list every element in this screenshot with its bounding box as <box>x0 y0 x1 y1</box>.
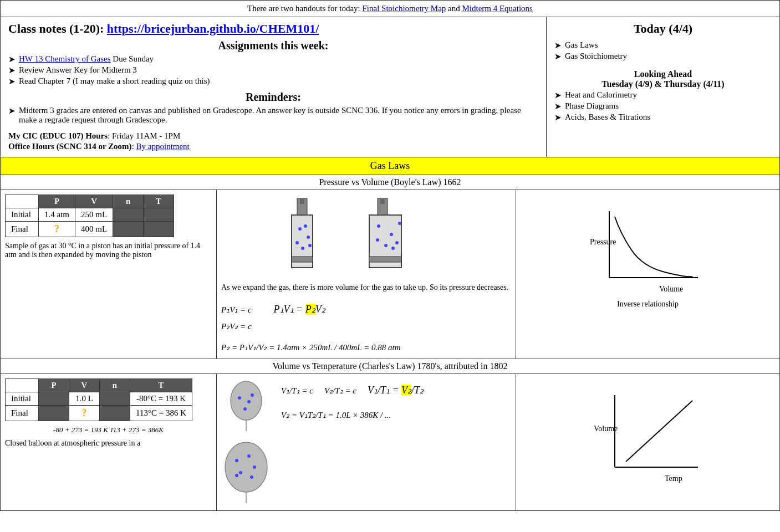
boyle-header-4: T <box>144 195 174 208</box>
charles-row-final: Final ? 113°C = 386 K <box>6 406 192 421</box>
boyle-header-1: P <box>39 195 75 208</box>
boyle-law-title: Pressure vs Volume (Boyle's Law) 1662 <box>0 175 780 190</box>
today-item-1-text: Gas Laws <box>565 40 598 50</box>
office-hours-line: Office Hours (SCNC 314 or Zoom): By appo… <box>8 142 538 151</box>
assignments-title: Assignments this week: <box>8 39 538 52</box>
charles-final-t: 113°C = 386 K <box>130 406 192 421</box>
svg-point-14 <box>377 224 380 228</box>
looking-ahead-title1: Looking Ahead <box>554 69 772 79</box>
right-panel: Today (4/4) ➤ Gas Laws ➤ Gas Stoichiomet… <box>547 17 779 157</box>
class-notes-link[interactable]: https://bricejurban.github.io/CHEM101/ <box>107 22 319 35</box>
today-arrow-2: ➤ <box>554 52 562 62</box>
svg-point-25 <box>238 396 241 400</box>
charles-x-label: Temp <box>665 474 682 483</box>
office-hours-label: Office Hours (SCNC 314 or Zoom) <box>8 142 132 151</box>
svg-point-29 <box>225 442 267 492</box>
cic-hours: My CIC (EDUC 107) Hours: Friday 11AM - 1… <box>8 131 538 151</box>
svg-point-16 <box>398 222 401 225</box>
ahead-arrow-3: ➤ <box>554 112 562 122</box>
boyle-graph-svg: Pressure Volume <box>587 200 709 300</box>
stoichiometry-link[interactable]: Final Stoichiometry Map <box>362 4 446 13</box>
svg-point-19 <box>376 238 379 242</box>
boyle-formulas: P₁V₁ = cP₂V₂ = c P₁V₁ = P₂V₂ P₂ = P₁V₁/V… <box>217 296 516 359</box>
svg-line-39 <box>626 401 692 462</box>
charles-header-3: n <box>100 379 130 392</box>
hw13-link[interactable]: HW 13 Chemistry of Gases <box>19 54 111 63</box>
reminder-text: Midterm 3 grades are entered on canvas a… <box>19 106 538 125</box>
boyle-content-row: P V n T Initial 1.4 atm 250 mL Final ? <box>0 190 780 359</box>
charles-formula-calc: V₂ = V₁T₂/T₁ = 1.0L × 386K / ... <box>281 406 424 424</box>
reminders-title: Reminders: <box>8 91 538 104</box>
svg-point-26 <box>247 400 251 403</box>
boyle-final-v: 400 mL <box>75 222 113 237</box>
assignment-2-text: Review Answer Key for Midterm 3 <box>19 65 137 75</box>
charles-description: Closed balloon at atmospheric pressure i… <box>5 439 212 448</box>
assignment-1: ➤ HW 13 Chemistry of Gases Due Sunday <box>8 54 538 64</box>
boyle-header-3: n <box>113 195 144 208</box>
boyle-final-t <box>144 222 174 237</box>
ahead-item-1: ➤ Heat and Calorimetry <box>554 90 772 100</box>
boyle-row-initial: Initial 1.4 atm 250 mL <box>6 208 174 222</box>
midterm-link[interactable]: Midterm 4 Equations <box>462 4 533 13</box>
boyle-initial-v: 250 mL <box>75 208 113 222</box>
boyle-final-label: Final <box>6 222 39 237</box>
charles-graph-cell: Volume Temp <box>516 374 779 510</box>
svg-point-8 <box>301 247 304 250</box>
looking-ahead-title2: Tuesday (4/9) & Thursday (4/11) <box>554 79 772 89</box>
svg-point-36 <box>235 474 238 477</box>
charles-initial-n <box>100 392 130 406</box>
boyle-formula-1: P₁V₁ = cP₂V₂ = c P₁V₁ = P₂V₂ <box>221 299 511 335</box>
boyle-final-n <box>113 222 144 237</box>
arrow-icon-4: ➤ <box>8 106 16 116</box>
cic-hours-label: My CIC (EDUC 107) Hours <box>8 131 108 140</box>
arrow-icon-2: ➤ <box>8 65 16 75</box>
boyle-header-0 <box>6 195 39 208</box>
charles-content-row: P V n T Initial 1.0 L -80°C = 193 K Fina… <box>0 374 780 511</box>
charles-final-p <box>39 406 69 421</box>
charles-initial-v: 1.0 L <box>69 392 100 406</box>
ahead-arrow-2: ➤ <box>554 101 562 111</box>
svg-point-33 <box>253 466 256 469</box>
charles-row-initial: Initial 1.0 L -80°C = 193 K <box>6 392 192 406</box>
large-balloon-svg <box>221 439 271 506</box>
charles-law-title: Volume vs Temperature (Charles's Law) 17… <box>0 359 780 374</box>
boyle-x-label: Volume <box>659 285 683 293</box>
boyle-text-desc: As we expand the gas, there is more volu… <box>221 283 508 291</box>
charles-initial-p <box>39 392 69 406</box>
boyle-graph: Pressure Volume Inverse relationship <box>521 195 775 314</box>
cic-hours-line: My CIC (EDUC 107) Hours: Friday 11AM - 1… <box>8 131 538 141</box>
ahead-item-1-text: Heat and Calorimetry <box>565 90 637 100</box>
svg-point-34 <box>239 471 242 474</box>
charles-question-mark: ? <box>82 407 87 418</box>
arrow-icon-3: ➤ <box>8 76 16 86</box>
small-balloon-svg <box>226 378 267 434</box>
charles-formula-row1: V₁/T₁ = c V₂/T₂ = c V₁/T₁ = V₂/T₂ <box>281 380 424 402</box>
charles-v1t1-c: V₁/T₁ = c <box>281 382 313 400</box>
cic-hours-value: : Friday 11AM - 1PM <box>108 131 180 140</box>
piston-right-svg <box>366 196 444 273</box>
reminder-item: ➤ Midterm 3 grades are entered on canvas… <box>8 106 538 125</box>
svg-point-9 <box>308 244 312 247</box>
svg-point-20 <box>391 247 395 250</box>
charles-v2t2-c: V₂/T₂ = c <box>324 382 356 400</box>
svg-point-5 <box>307 236 310 239</box>
charles-final-label: Final <box>6 406 39 421</box>
charles-formulas: V₁/T₁ = c V₂/T₂ = c V₁/T₁ = V₂/T₂ V₂ = V… <box>276 374 429 430</box>
today-title: Today (4/4) <box>554 22 772 36</box>
banner-text: There are two handouts for today: <box>247 4 362 13</box>
office-hours-link[interactable]: By appointment <box>136 142 190 151</box>
balloon-images <box>217 374 276 510</box>
ahead-arrow-1: ➤ <box>554 90 562 100</box>
charles-final-n <box>100 406 130 421</box>
piston-image-area <box>217 190 516 279</box>
charles-header-1: P <box>39 379 69 392</box>
today-arrow-1: ➤ <box>554 40 562 50</box>
svg-rect-13 <box>369 257 401 262</box>
svg-point-15 <box>390 233 393 236</box>
main-info-grid: Class notes (1-20): https://bricejurban.… <box>0 17 780 157</box>
assignment-3: ➤ Read Chapter 7 (I may make a short rea… <box>8 76 538 86</box>
charles-graph: Volume Temp <box>521 378 775 489</box>
boyle-formula-calc: P₂ = P₁V₁/V₂ = 1.4atm × 250mL / 400mL = … <box>221 339 511 356</box>
today-item-2: ➤ Gas Stoichiometry <box>554 52 772 62</box>
boyle-initial-t <box>144 208 174 222</box>
